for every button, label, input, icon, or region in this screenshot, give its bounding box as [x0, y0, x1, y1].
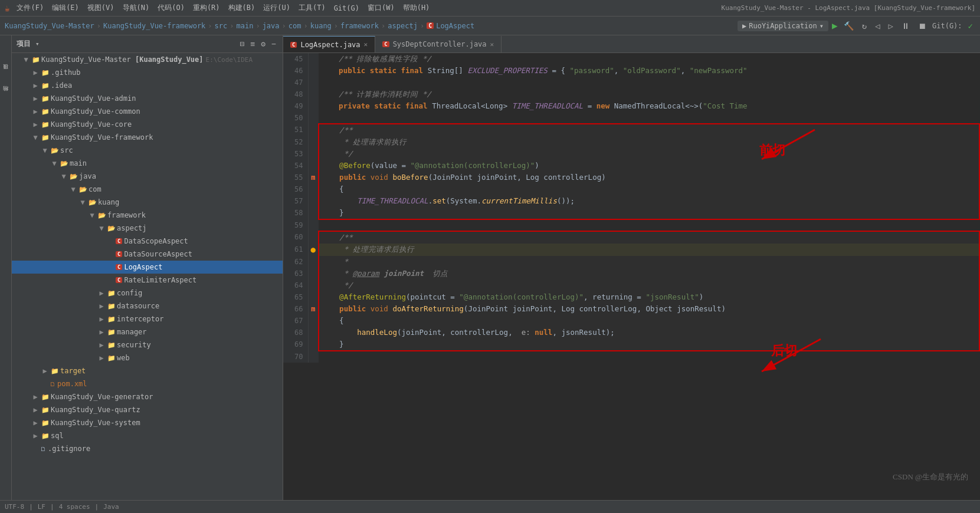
tree-item-kuang[interactable]: ▼ 📂 kuang: [12, 196, 283, 209]
tree-label: com: [89, 185, 101, 193]
tree-item-aspectj[interactable]: ▼ 📂 aspectj: [12, 222, 283, 235]
menu-file[interactable]: 文件(F): [13, 2, 47, 14]
breadcrumb-logaspect[interactable]: LogAspect: [436, 22, 474, 30]
line-num: 56: [283, 183, 308, 195]
forward-icon[interactable]: ▷: [886, 20, 896, 32]
expand-arrow: ▶: [31, 94, 40, 103]
tab-close-logaspect[interactable]: ✕: [364, 41, 368, 48]
line-num: 59: [283, 219, 308, 231]
tree-item-target[interactable]: ▶ 📁 target: [12, 364, 283, 377]
back-icon[interactable]: ◁: [873, 20, 882, 32]
sync-icon[interactable]: ↻: [860, 20, 869, 32]
tree-item-security[interactable]: ▶ 📁 security: [12, 338, 283, 351]
tree-item-ratelimiteraspect[interactable]: C RateLimiterAspect: [12, 274, 283, 287]
breadcrumb-framework2[interactable]: framework: [340, 22, 379, 30]
expand-arrow: ▼: [68, 185, 78, 193]
gutter: [308, 207, 319, 219]
menu-run[interactable]: 运行(U): [260, 2, 294, 14]
tree-item-datasource[interactable]: ▶ 📁 datasource: [12, 300, 283, 313]
expand-icon[interactable]: ≡: [249, 39, 257, 49]
tree-item-github[interactable]: ▶ 📁 .github: [12, 66, 283, 79]
breadcrumb-src[interactable]: src: [215, 22, 228, 30]
tree-item-framework-inner[interactable]: ▼ 📂 framework: [12, 209, 283, 222]
file-tree[interactable]: ▼ 📁 KuangStudy_Vue-Master [KuangStudy_Vu…: [12, 53, 283, 500]
build-icon[interactable]: 🔨: [841, 20, 856, 32]
expand-arrow: ▶: [97, 341, 106, 349]
breadcrumb-kuang[interactable]: kuang: [310, 22, 332, 30]
menu-view[interactable]: 视图(V): [84, 2, 118, 14]
breadcrumb-main[interactable]: main: [237, 22, 254, 30]
tree-item-core[interactable]: ▶ 📁 KuangStudy_Vue-core: [12, 118, 283, 131]
folder-icon: 📂: [87, 199, 98, 206]
menu-refactor[interactable]: 重构(R): [189, 2, 224, 14]
tree-item-quartz[interactable]: ▶ 📁 KuangStudy_Vue-quartz: [12, 403, 283, 416]
gutter: [308, 351, 319, 363]
pause-icon[interactable]: ⏸: [899, 20, 912, 32]
stop-icon[interactable]: ⏹: [916, 20, 929, 32]
tab-logaspect[interactable]: C LogAspect.java ✕: [283, 36, 375, 52]
tab-close-sysdept[interactable]: ✕: [490, 41, 494, 48]
git-label: Git(G):: [932, 22, 962, 30]
tree-item-manager[interactable]: ▶ 📁 manager: [12, 325, 283, 338]
code-line-65: 65 @AfterReturning(pointcut = "@annotati…: [283, 291, 979, 303]
tree-label: src: [60, 146, 73, 154]
tree-item-datascopeaspect[interactable]: C DataScopeAspect: [12, 235, 283, 248]
code-content: [319, 219, 979, 231]
menu-git[interactable]: Git(G): [330, 3, 363, 14]
tree-item-main[interactable]: ▼ 📂 main: [12, 157, 283, 170]
tree-item-logaspect[interactable]: C LogAspect: [12, 261, 283, 274]
tree-item-src[interactable]: ▼ 📂 src: [12, 144, 283, 157]
menu-build[interactable]: 构建(B): [225, 2, 259, 14]
tree-item-admin[interactable]: ▶ 📁 KuangStudy_Vue-admin: [12, 92, 283, 105]
git-check-icon[interactable]: ✓: [966, 20, 975, 32]
tree-item-gitignore[interactable]: 🗋 .gitignore: [12, 442, 283, 455]
code-editor[interactable]: 45 /** 排除敏感属性字段 */ 46 public static fina…: [283, 53, 980, 500]
menu-tools[interactable]: 工具(T): [295, 2, 329, 14]
tree-item-root[interactable]: ▼ 📁 KuangStudy_Vue-Master [KuangStudy_Vu…: [12, 53, 283, 66]
tree-item-common[interactable]: ▶ 📁 KuangStudy_Vue-common: [12, 105, 283, 118]
tree-item-idea[interactable]: ▶ 📁 .idea: [12, 79, 283, 92]
tree-item-datasourceaspect[interactable]: C DataSourceAspect: [12, 248, 283, 261]
tree-item-interceptor[interactable]: ▶ 📁 interceptor: [12, 313, 283, 325]
tree-label: main: [70, 159, 87, 167]
close-panel-icon[interactable]: −: [270, 39, 278, 49]
menu-edit[interactable]: 编辑(E): [48, 2, 83, 14]
run-button[interactable]: ▶: [832, 20, 838, 31]
settings-icon[interactable]: ⚙: [259, 39, 267, 49]
breadcrumb-java[interactable]: java: [263, 22, 280, 30]
tree-item-generator[interactable]: ▶ 📁 KuangStudy_Vue-generator: [12, 390, 283, 403]
tree-item-web[interactable]: ▶ 📁 web: [12, 351, 283, 364]
gutter: [308, 327, 319, 338]
tree-label: aspectj: [117, 224, 147, 232]
breadcrumb-root[interactable]: KuangStudy_Vue-Master: [5, 22, 94, 30]
code-content: [319, 351, 979, 363]
menu-nav[interactable]: 导航(N): [119, 2, 153, 14]
class-icon: C: [116, 238, 122, 244]
breadcrumb-framework[interactable]: KuangStudy_Vue-framework: [103, 22, 205, 30]
tree-item-pom[interactable]: 🗋 pom.xml: [12, 377, 283, 390]
folder-icon: 📁: [40, 419, 51, 427]
tree-item-system[interactable]: ▶ 📁 KuangStudy_Vue-system: [12, 416, 283, 429]
menu-help[interactable]: 帮助(H): [399, 2, 434, 14]
folder-icon: 📁: [40, 393, 51, 401]
profile-dropdown[interactable]: ▶ RuoYiApplication ▾: [738, 21, 828, 31]
collapse-all-icon[interactable]: ⊟: [238, 39, 247, 49]
expand-arrow: ▶: [97, 315, 106, 323]
expand-arrow: ▼: [31, 133, 40, 142]
gutter: [308, 268, 319, 279]
tree-item-com[interactable]: ▼ 📂 com: [12, 183, 283, 196]
expand-arrow: ▶: [31, 81, 40, 90]
breadcrumb-com[interactable]: com: [289, 22, 301, 30]
tree-item-java[interactable]: ▼ 📂 java: [12, 170, 283, 183]
menu-window[interactable]: 窗口(W): [364, 2, 398, 14]
folder-icon: 📁: [31, 56, 41, 64]
breadcrumb-aspectj[interactable]: aspectj: [388, 22, 418, 30]
panel-dropdown[interactable]: ▾: [35, 40, 40, 48]
menu-code[interactable]: 代码(O): [154, 2, 188, 14]
tree-item-framework[interactable]: ▼ 📁 KuangStudy_Vue-framework: [12, 131, 283, 144]
tab-sysdept[interactable]: C SysDeptController.java ✕: [375, 36, 502, 52]
class-icon: C: [116, 277, 122, 283]
tree-item-sql[interactable]: ▶ 📁 sql: [12, 429, 283, 442]
tree-item-config[interactable]: ▶ 📁 config: [12, 287, 283, 300]
line-num: 58: [283, 207, 308, 219]
